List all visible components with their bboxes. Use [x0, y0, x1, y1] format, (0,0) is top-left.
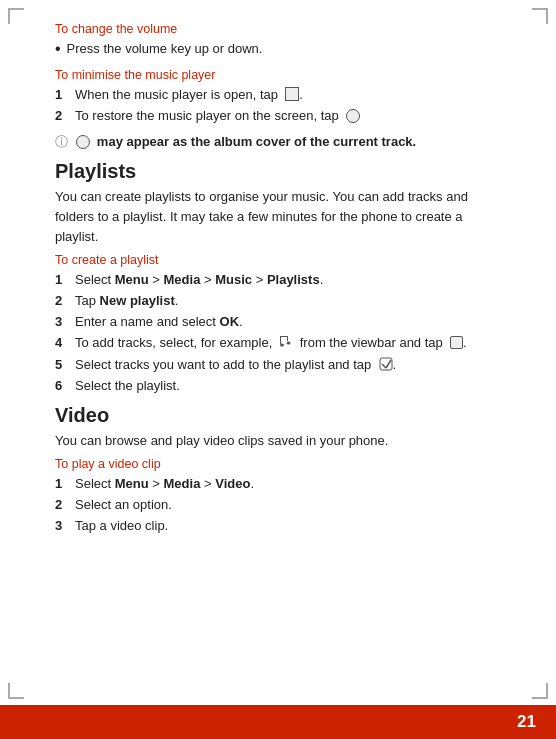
video-steps: 1 Select Menu > Media > Video. 2 Select … — [55, 474, 501, 536]
ps-num-1: 1 — [55, 270, 71, 290]
playlist-step-2: 2 Tap New playlist. — [55, 291, 501, 311]
step-num-2: 2 — [55, 106, 71, 126]
create-playlist-heading: To create a playlist — [55, 253, 501, 267]
note-exclamation-icon: ⓘ — [55, 132, 68, 152]
playlist-step-4: 4 To add tracks, select, for example, fr… — [55, 333, 501, 353]
svg-line-7 — [386, 360, 391, 368]
page-container: To change the volume • Press the volume … — [0, 0, 556, 739]
vs-num-2: 2 — [55, 495, 71, 515]
minimise-icon — [285, 87, 299, 101]
vs-2-text: Select an option. — [75, 495, 172, 515]
svg-rect-5 — [380, 358, 392, 370]
svg-line-6 — [382, 364, 386, 368]
note-text: may appear as the album cover of the cur… — [72, 132, 416, 152]
music-note-icon — [279, 336, 292, 349]
minimise-step-2: 2 To restore the music player on the scr… — [55, 106, 501, 126]
change-volume-bullet: • Press the volume key up or down. — [55, 39, 501, 60]
ps-num-5: 5 — [55, 355, 71, 375]
playlists-title: Playlists — [55, 160, 501, 183]
minimise-heading: To minimise the music player — [55, 68, 501, 82]
ps-3-text: Enter a name and select OK. — [75, 312, 243, 332]
main-content: To change the volume • Press the volume … — [0, 0, 556, 562]
minimise-step1-text: When the music player is open, tap . — [75, 85, 303, 105]
minimise-step2-text: To restore the music player on the scree… — [75, 106, 360, 126]
playlist-step-3: 3 Enter a name and select OK. — [55, 312, 501, 332]
vs-1-text: Select Menu > Media > Video. — [75, 474, 254, 494]
note-restore-icon — [76, 135, 90, 149]
video-step-1: 1 Select Menu > Media > Video. — [55, 474, 501, 494]
svg-point-4 — [287, 342, 291, 345]
vs-3-text: Tap a video clip. — [75, 516, 168, 536]
change-volume-text: Press the volume key up or down. — [67, 39, 263, 59]
playlists-section: Playlists You can create playlists to or… — [55, 160, 501, 396]
vs-num-3: 3 — [55, 516, 71, 536]
ps-2-text: Tap New playlist. — [75, 291, 178, 311]
change-volume-section: To change the volume • Press the volume … — [55, 22, 501, 60]
note-bold: may appear as the album cover of the cur… — [97, 134, 416, 149]
corner-mark-bl — [8, 683, 24, 699]
select-playlist-icon — [379, 357, 393, 371]
svg-point-3 — [280, 344, 284, 347]
restore-icon — [346, 109, 360, 123]
ps-4-text: To add tracks, select, for example, from… — [75, 333, 467, 353]
playlist-step-5: 5 Select tracks you want to add to the p… — [55, 355, 501, 375]
video-description: You can browse and play video clips save… — [55, 431, 501, 451]
ps-num-4: 4 — [55, 333, 71, 353]
corner-mark-tr — [532, 8, 548, 24]
video-step-3: 3 Tap a video clip. — [55, 516, 501, 536]
ps-1-text: Select Menu > Media > Music > Playlists. — [75, 270, 323, 290]
playlists-description: You can create playlists to organise you… — [55, 187, 501, 247]
svg-rect-2 — [287, 336, 288, 341]
add-to-playlist-icon — [450, 336, 463, 349]
video-section: Video You can browse and play video clip… — [55, 404, 501, 537]
ps-num-3: 3 — [55, 312, 71, 332]
playlist-steps: 1 Select Menu > Media > Music > Playlist… — [55, 270, 501, 396]
corner-mark-br — [532, 683, 548, 699]
vs-num-1: 1 — [55, 474, 71, 494]
note-row: ⓘ may appear as the album cover of the c… — [55, 132, 501, 152]
video-title: Video — [55, 404, 501, 427]
ps-num-2: 2 — [55, 291, 71, 311]
minimise-step-1: 1 When the music player is open, tap . — [55, 85, 501, 105]
svg-rect-0 — [280, 336, 288, 337]
minimise-section: To minimise the music player 1 When the … — [55, 68, 501, 152]
minimise-steps: 1 When the music player is open, tap . 2… — [55, 85, 501, 126]
playlist-step-1: 1 Select Menu > Media > Music > Playlist… — [55, 270, 501, 290]
bullet-dot: • — [55, 39, 61, 60]
page-number: 21 — [517, 712, 536, 732]
step-num-1: 1 — [55, 85, 71, 105]
play-video-heading: To play a video clip — [55, 457, 501, 471]
bottom-bar: 21 — [0, 705, 556, 739]
ps-num-6: 6 — [55, 376, 71, 396]
ps-5-text: Select tracks you want to add to the pla… — [75, 355, 396, 375]
ps-6-text: Select the playlist. — [75, 376, 180, 396]
svg-rect-1 — [280, 336, 281, 344]
playlist-step-6: 6 Select the playlist. — [55, 376, 501, 396]
corner-mark-tl — [8, 8, 24, 24]
change-volume-heading: To change the volume — [55, 22, 501, 36]
video-step-2: 2 Select an option. — [55, 495, 501, 515]
